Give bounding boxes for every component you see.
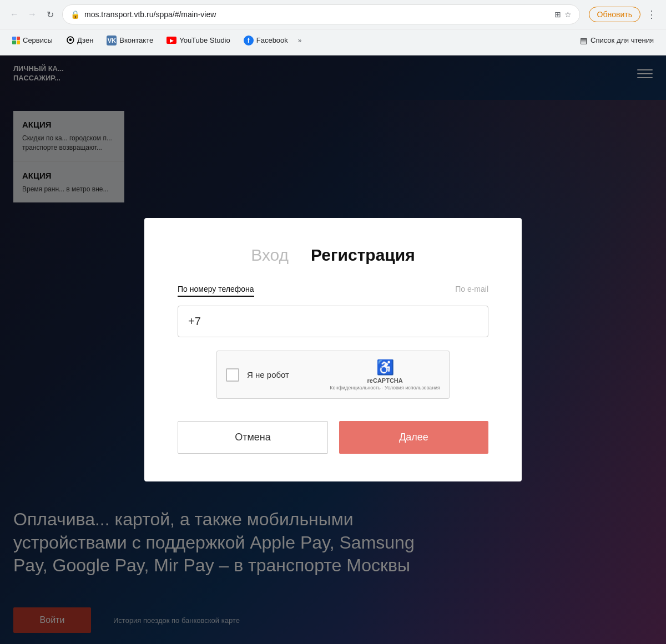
nav-buttons: ← → ↻ — [7, 7, 58, 22]
recaptcha-links[interactable]: Конфиденциальность · Условия использован… — [330, 385, 440, 391]
recaptcha-left: Я не робот — [226, 368, 289, 382]
reading-list-icon: ▤ — [580, 36, 587, 45]
address-bar[interactable]: 🔒 ⊞ ☆ — [62, 4, 580, 24]
cancel-button[interactable]: Отмена — [178, 421, 328, 454]
method-phone-tab[interactable]: По номеру телефона — [178, 285, 254, 297]
bookmark-youtube[interactable]: ▶ YouTube Studio — [161, 34, 236, 47]
browser-actions: Обновить ⋮ — [589, 7, 659, 22]
recaptcha-widget[interactable]: Я не робот ♿ reCAPTCHA Конфиденциальност… — [216, 351, 450, 399]
bookmark-dzen[interactable]: ⦿ Дзен — [60, 33, 99, 47]
method-tabs: По номеру телефона По e-mail — [178, 285, 488, 297]
youtube-icon: ▶ — [167, 37, 176, 44]
recaptcha-brand: reCAPTCHA — [367, 377, 403, 384]
recaptcha-label: Я не робот — [247, 370, 289, 379]
forward-button[interactable]: → — [24, 7, 40, 22]
update-button[interactable]: Обновить — [589, 7, 640, 22]
recaptcha-right: ♿ reCAPTCHA Конфиденциальность · Условия… — [330, 359, 440, 391]
bookmarks-more-icon[interactable]: » — [298, 37, 302, 44]
back-button[interactable]: ← — [7, 7, 22, 22]
bookmark-dzen-label: Дзен — [77, 36, 93, 44]
modal-actions: Отмена Далее — [178, 421, 488, 454]
bookmark-services-label: Сервисы — [23, 36, 53, 44]
recaptcha-checkbox[interactable] — [226, 368, 239, 382]
bookmarks-bar: Сервисы ⦿ Дзен VK Вконтакте ▶ YouTube St… — [0, 29, 666, 51]
browser-toolbar: ← → ↻ 🔒 ⊞ ☆ Обновить ⋮ — [0, 0, 666, 29]
bookmark-vk[interactable]: VK Вконтакте — [101, 33, 159, 48]
translate-icon[interactable]: ⊞ — [554, 10, 561, 19]
registration-modal: Вход Регистрация По номеру телефона По e… — [144, 218, 522, 481]
lock-icon: 🔒 — [70, 10, 80, 19]
bookmark-youtube-label: YouTube Studio — [179, 36, 230, 44]
address-input[interactable] — [84, 10, 550, 19]
phone-input[interactable] — [188, 315, 478, 328]
bookmark-vk-label: Вконтакте — [119, 36, 153, 44]
dzen-icon: ⦿ — [66, 36, 74, 45]
recaptcha-logo-icon: ♿ — [376, 359, 394, 376]
browser-chrome: ← → ↻ 🔒 ⊞ ☆ Обновить ⋮ Сервисы — [0, 0, 666, 55]
star-icon[interactable]: ☆ — [564, 10, 572, 19]
bookmark-facebook[interactable]: f Facebook — [238, 33, 294, 48]
google-icon — [12, 37, 20, 44]
reading-list-label: Список для чтения — [591, 36, 654, 44]
tab-login[interactable]: Вход — [251, 246, 289, 267]
bookmark-facebook-label: Facebook — [256, 36, 288, 44]
modal-overlay: Вход Регистрация По номеру телефона По e… — [0, 55, 666, 644]
reading-list[interactable]: ▤ Список для чтения — [574, 34, 659, 47]
page-background: ЛИЧНЫЙ КА... ПАССАЖИР... АКЦИЯ Скидки по… — [0, 55, 666, 644]
browser-menu-button[interactable]: ⋮ — [644, 7, 659, 22]
bookmark-services[interactable]: Сервисы — [7, 34, 58, 47]
vk-icon: VK — [107, 36, 117, 45]
method-email-tab[interactable]: По e-mail — [455, 285, 488, 297]
address-icons: ⊞ ☆ — [554, 10, 572, 19]
modal-tabs: Вход Регистрация — [178, 246, 488, 267]
next-button[interactable]: Далее — [339, 421, 488, 454]
reload-button[interactable]: ↻ — [42, 7, 58, 22]
phone-input-wrapper[interactable] — [178, 306, 488, 337]
facebook-icon: f — [244, 36, 254, 45]
tab-register[interactable]: Регистрация — [311, 246, 415, 267]
